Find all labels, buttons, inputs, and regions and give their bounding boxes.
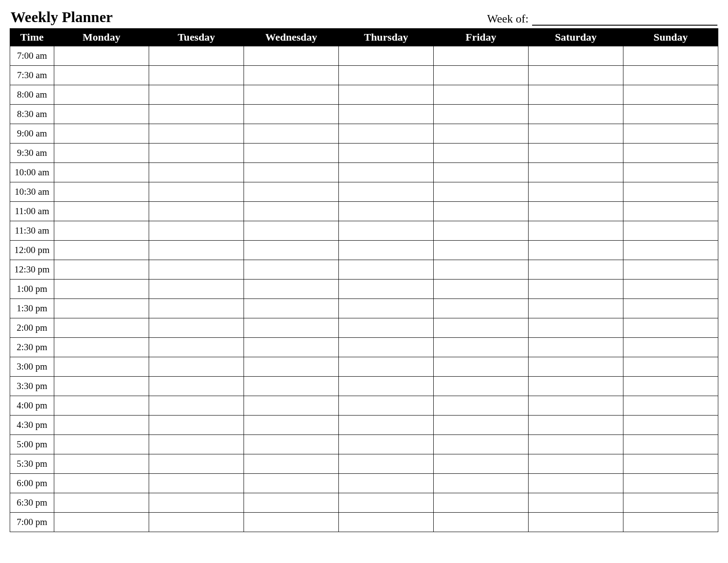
slot-cell[interactable]	[244, 46, 339, 66]
slot-cell[interactable]	[623, 299, 718, 318]
slot-cell[interactable]	[149, 105, 244, 124]
slot-cell[interactable]	[339, 105, 434, 124]
slot-cell[interactable]	[623, 396, 718, 416]
slot-cell[interactable]	[529, 105, 623, 124]
slot-cell[interactable]	[339, 493, 434, 513]
slot-cell[interactable]	[623, 416, 718, 435]
slot-cell[interactable]	[54, 416, 149, 435]
slot-cell[interactable]	[529, 66, 623, 85]
slot-cell[interactable]	[434, 318, 529, 338]
week-of-input-line[interactable]	[532, 16, 717, 26]
slot-cell[interactable]	[149, 144, 244, 163]
slot-cell[interactable]	[623, 105, 718, 124]
slot-cell[interactable]	[149, 46, 244, 66]
slot-cell[interactable]	[54, 260, 149, 280]
slot-cell[interactable]	[339, 299, 434, 318]
slot-cell[interactable]	[529, 85, 623, 105]
slot-cell[interactable]	[529, 435, 623, 454]
slot-cell[interactable]	[623, 454, 718, 474]
slot-cell[interactable]	[244, 182, 339, 202]
slot-cell[interactable]	[244, 435, 339, 454]
slot-cell[interactable]	[339, 66, 434, 85]
slot-cell[interactable]	[339, 357, 434, 377]
slot-cell[interactable]	[623, 435, 718, 454]
slot-cell[interactable]	[339, 163, 434, 182]
slot-cell[interactable]	[54, 85, 149, 105]
slot-cell[interactable]	[54, 221, 149, 241]
slot-cell[interactable]	[149, 318, 244, 338]
slot-cell[interactable]	[149, 66, 244, 85]
slot-cell[interactable]	[244, 396, 339, 416]
slot-cell[interactable]	[623, 260, 718, 280]
slot-cell[interactable]	[54, 163, 149, 182]
slot-cell[interactable]	[623, 46, 718, 66]
slot-cell[interactable]	[339, 124, 434, 144]
slot-cell[interactable]	[339, 85, 434, 105]
slot-cell[interactable]	[434, 357, 529, 377]
slot-cell[interactable]	[623, 241, 718, 260]
slot-cell[interactable]	[623, 474, 718, 493]
slot-cell[interactable]	[623, 338, 718, 357]
slot-cell[interactable]	[529, 260, 623, 280]
slot-cell[interactable]	[244, 124, 339, 144]
slot-cell[interactable]	[529, 46, 623, 66]
slot-cell[interactable]	[339, 338, 434, 357]
slot-cell[interactable]	[623, 377, 718, 396]
slot-cell[interactable]	[54, 338, 149, 357]
slot-cell[interactable]	[244, 221, 339, 241]
slot-cell[interactable]	[149, 338, 244, 357]
slot-cell[interactable]	[623, 357, 718, 377]
slot-cell[interactable]	[623, 221, 718, 241]
slot-cell[interactable]	[244, 144, 339, 163]
slot-cell[interactable]	[434, 493, 529, 513]
slot-cell[interactable]	[54, 46, 149, 66]
slot-cell[interactable]	[529, 202, 623, 221]
slot-cell[interactable]	[339, 435, 434, 454]
slot-cell[interactable]	[434, 299, 529, 318]
slot-cell[interactable]	[623, 280, 718, 299]
slot-cell[interactable]	[54, 280, 149, 299]
slot-cell[interactable]	[54, 513, 149, 532]
slot-cell[interactable]	[434, 124, 529, 144]
slot-cell[interactable]	[623, 163, 718, 182]
slot-cell[interactable]	[529, 124, 623, 144]
slot-cell[interactable]	[244, 338, 339, 357]
slot-cell[interactable]	[149, 280, 244, 299]
slot-cell[interactable]	[149, 377, 244, 396]
slot-cell[interactable]	[54, 454, 149, 474]
slot-cell[interactable]	[244, 105, 339, 124]
slot-cell[interactable]	[244, 66, 339, 85]
slot-cell[interactable]	[529, 221, 623, 241]
slot-cell[interactable]	[434, 46, 529, 66]
slot-cell[interactable]	[244, 377, 339, 396]
slot-cell[interactable]	[434, 85, 529, 105]
slot-cell[interactable]	[339, 377, 434, 396]
slot-cell[interactable]	[149, 163, 244, 182]
slot-cell[interactable]	[149, 474, 244, 493]
slot-cell[interactable]	[339, 318, 434, 338]
slot-cell[interactable]	[54, 435, 149, 454]
slot-cell[interactable]	[149, 182, 244, 202]
slot-cell[interactable]	[529, 474, 623, 493]
slot-cell[interactable]	[434, 163, 529, 182]
slot-cell[interactable]	[623, 182, 718, 202]
slot-cell[interactable]	[529, 299, 623, 318]
slot-cell[interactable]	[529, 493, 623, 513]
slot-cell[interactable]	[529, 513, 623, 532]
slot-cell[interactable]	[434, 182, 529, 202]
slot-cell[interactable]	[149, 396, 244, 416]
slot-cell[interactable]	[54, 144, 149, 163]
slot-cell[interactable]	[434, 202, 529, 221]
slot-cell[interactable]	[529, 454, 623, 474]
slot-cell[interactable]	[54, 202, 149, 221]
slot-cell[interactable]	[54, 105, 149, 124]
slot-cell[interactable]	[149, 221, 244, 241]
slot-cell[interactable]	[434, 221, 529, 241]
slot-cell[interactable]	[339, 454, 434, 474]
slot-cell[interactable]	[149, 299, 244, 318]
slot-cell[interactable]	[54, 493, 149, 513]
slot-cell[interactable]	[54, 318, 149, 338]
slot-cell[interactable]	[339, 144, 434, 163]
slot-cell[interactable]	[244, 241, 339, 260]
slot-cell[interactable]	[149, 260, 244, 280]
